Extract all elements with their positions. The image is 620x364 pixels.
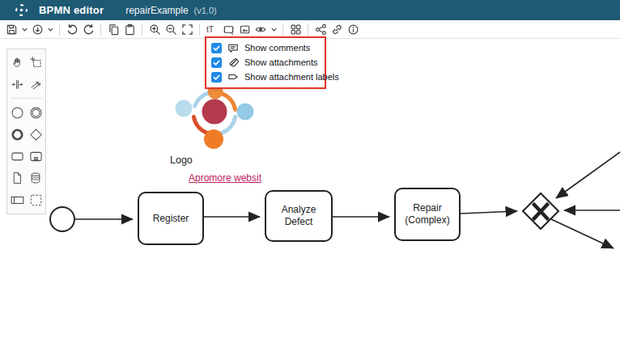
copy-button[interactable] xyxy=(105,21,121,37)
toolbar-separator xyxy=(199,23,200,36)
flow-outgoing-bottom[interactable] xyxy=(551,219,614,248)
file-version: (v1.0) xyxy=(194,6,217,15)
apromore-website-link[interactable]: Apromore websit xyxy=(189,172,261,184)
save-chevron-icon[interactable] xyxy=(19,21,29,37)
redo-button[interactable] xyxy=(80,21,96,37)
lasso-tool[interactable] xyxy=(27,53,45,72)
link-button[interactable] xyxy=(329,21,345,37)
flow-incoming-top[interactable] xyxy=(556,152,620,198)
header-bar: BPMN editor repairExample (v1.0) xyxy=(0,0,620,20)
show-attachment-labels-checkbox[interactable] xyxy=(211,72,222,83)
toolbar-separator xyxy=(282,23,283,36)
image-button[interactable] xyxy=(236,21,253,37)
zoom-in-button[interactable] xyxy=(147,21,163,37)
toolbar-separator xyxy=(100,23,101,36)
logo-caption: Logo xyxy=(170,154,193,166)
task-analyze-defect[interactable]: Analyze Defect xyxy=(265,191,332,241)
start-event-shape[interactable] xyxy=(50,207,74,231)
svg-text:tT: tT xyxy=(206,25,214,34)
global-connect-tool[interactable] xyxy=(27,74,45,94)
bpmn-editor-app: Register Analyze Defect Repair (Complex)… xyxy=(0,0,620,364)
exclusive-gateway-shape[interactable] xyxy=(523,193,558,229)
create-group[interactable] xyxy=(27,190,45,210)
task-repair-label-line2: (Complex) xyxy=(405,214,449,226)
rectangle-annotation-button[interactable] xyxy=(220,21,236,37)
create-subprocess[interactable] xyxy=(27,146,45,166)
label-tag-icon xyxy=(227,72,240,82)
download-chevron-icon[interactable] xyxy=(45,21,55,37)
hand-tool[interactable] xyxy=(8,53,27,72)
undo-button[interactable] xyxy=(64,21,80,37)
task-repair-complex[interactable]: Repair (Complex) xyxy=(395,188,460,240)
menu-item-show-attachment-labels[interactable]: Show attachment labels xyxy=(211,70,320,84)
space-tool[interactable] xyxy=(8,74,27,94)
download-button[interactable] xyxy=(29,21,45,37)
menu-item-label: Show attachment labels xyxy=(244,72,339,82)
show-comments-checkbox[interactable] xyxy=(211,43,222,53)
toolbar-separator xyxy=(142,23,142,36)
palette xyxy=(6,49,46,214)
palette-separator xyxy=(11,98,42,99)
file-name: repairExample xyxy=(125,5,188,16)
visibility-chevron-icon[interactable] xyxy=(269,21,278,37)
info-button[interactable] xyxy=(345,21,361,37)
apromore-app-icon[interactable] xyxy=(15,3,28,17)
visibility-eye-button[interactable] xyxy=(253,21,269,37)
create-data-object[interactable] xyxy=(8,168,27,188)
create-start-event[interactable] xyxy=(8,103,27,122)
task-analyze-label-line2: Defect xyxy=(285,216,313,227)
task-register[interactable]: Register xyxy=(138,193,203,244)
task-repair-label-line1: Repair xyxy=(413,202,441,214)
paperclip-icon xyxy=(227,57,240,68)
toolbar-separator xyxy=(59,23,60,36)
app-title: BPMN editor xyxy=(39,4,104,16)
visibility-dropdown-menu: Show comments Show attachments Show xyxy=(205,36,326,89)
show-attachments-checkbox[interactable] xyxy=(211,57,222,68)
apromore-logo-image[interactable] xyxy=(176,84,254,150)
create-gateway[interactable] xyxy=(27,125,45,144)
save-button[interactable] xyxy=(3,21,19,37)
create-participant-pool[interactable] xyxy=(8,190,27,210)
menu-item-label: Show comments xyxy=(244,43,310,53)
menu-item-show-attachments[interactable]: Show attachments xyxy=(211,55,320,70)
qr-code-button[interactable] xyxy=(287,21,304,37)
create-data-store[interactable] xyxy=(27,168,45,188)
create-end-event[interactable] xyxy=(8,125,27,144)
create-task[interactable] xyxy=(8,146,27,166)
zoom-out-button[interactable] xyxy=(163,21,179,37)
share-button[interactable] xyxy=(312,21,329,37)
comment-icon xyxy=(227,43,240,53)
create-intermediate-event[interactable] xyxy=(27,103,45,122)
fit-viewport-button[interactable] xyxy=(179,21,195,37)
menu-item-show-comments[interactable]: Show comments xyxy=(211,40,320,55)
paste-button[interactable] xyxy=(121,21,138,37)
font-size-button[interactable]: tT xyxy=(204,21,220,37)
toolbar-separator xyxy=(308,23,308,36)
task-analyze-label-line1: Analyze xyxy=(282,204,316,215)
flow-repair-gateway[interactable] xyxy=(461,211,517,214)
task-register-label: Register xyxy=(153,213,189,224)
menu-item-label: Show attachments xyxy=(244,57,318,67)
